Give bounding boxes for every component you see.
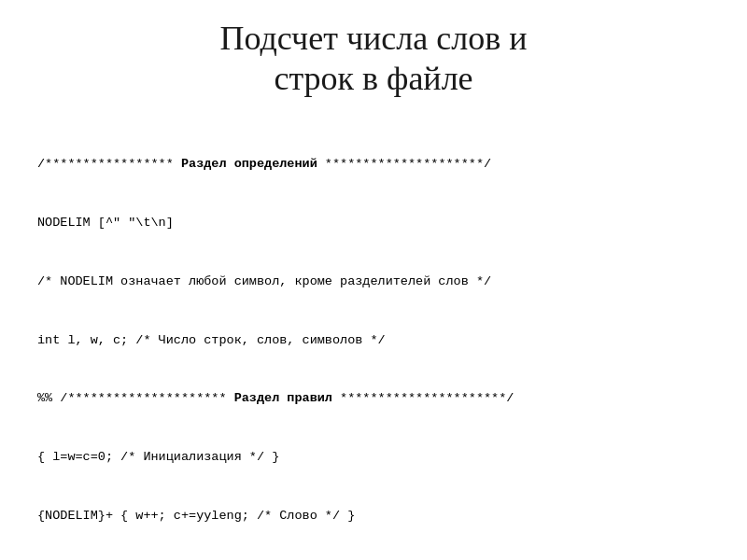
code-line-2: NODELIM [^" "\t\n] bbox=[37, 214, 710, 233]
code-block: /***************** Раздел определений **… bbox=[37, 116, 710, 560]
code-line-7: {NODELIM}+ { w++; c+=yyleng; /* Слово */… bbox=[37, 507, 710, 526]
code-line-1: /***************** Раздел определений **… bbox=[37, 155, 710, 175]
bold-definitions: Раздел определений bbox=[181, 157, 317, 171]
code-line-3: /* NODELIM означает любой символ, кроме … bbox=[37, 273, 710, 292]
code-line-4: int l, w, c; /* Число строк, слов, симво… bbox=[37, 331, 710, 351]
bold-rules: Раздел правил bbox=[234, 391, 332, 405]
code-line-6: { l=w=c=0; /* Инициализация */ } bbox=[37, 448, 710, 468]
code-line-5: %% /********************* Раздел правил … bbox=[37, 389, 710, 409]
page-title: Подсчет числа слов истрок в файле bbox=[37, 19, 710, 99]
page: Подсчет числа слов истрок в файле /*****… bbox=[0, 0, 747, 560]
